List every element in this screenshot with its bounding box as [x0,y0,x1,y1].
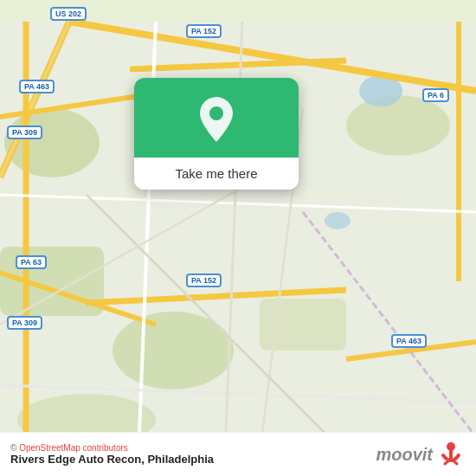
road-shield-pa152-top: PA 152 [186,24,222,38]
road-shield-us202: US 202 [50,7,87,21]
road-shield-pa309-bottom: PA 309 [7,316,42,330]
popup-green-header [134,78,299,158]
attribution-symbol: © [10,443,16,453]
attribution-text: © OpenStreetMap contributors [10,443,214,453]
road-shield-pa463-bottom: PA 463 [391,334,427,348]
road-shield-pa309-top: PA 309 [7,125,42,139]
take-me-there-button[interactable]: Take me there [134,158,299,190]
map-svg [0,0,476,476]
bottom-bar: © OpenStreetMap contributors Rivers Edge… [0,432,476,476]
openstreetmap-link[interactable]: OpenStreetMap contributors [19,443,128,453]
location-pin-icon [196,95,237,144]
svg-point-5 [346,95,450,156]
svg-point-27 [209,106,223,120]
bottom-left-info: © OpenStreetMap contributors Rivers Edge… [10,443,214,466]
location-name: Rivers Edge Auto Recon, Philadelphia [10,453,214,466]
moovit-text: moovit [376,445,433,465]
moovit-logo: moovit [376,440,466,469]
location-city-text: Philadelphia [147,453,214,466]
road-shield-pa152-bottom: PA 152 [186,273,222,287]
svg-point-8 [325,212,351,229]
popup-card: Take me there [134,78,299,190]
map-container: US 202 PA 152 PA 463 PA 6 PA 309 PA 63 P… [0,0,476,476]
road-shield-pa463: PA 463 [19,80,55,93]
location-name-text: Rivers Edge Auto Recon [10,453,141,466]
road-shield-pa63: PA 63 [16,255,47,269]
road-shield-pa6: PA 6 [422,88,449,102]
moovit-icon [436,440,466,469]
